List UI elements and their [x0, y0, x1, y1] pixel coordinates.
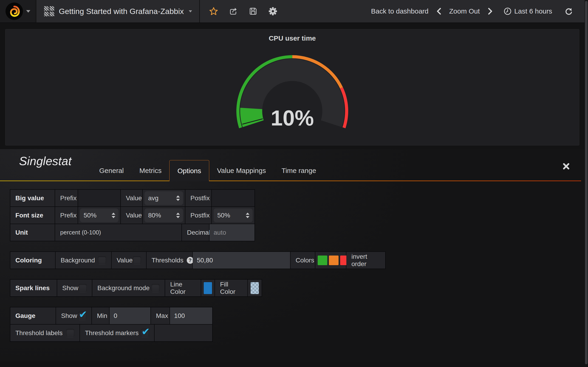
time-range-picker[interactable]: Last 6 hours: [504, 7, 552, 15]
max-label: Max: [151, 307, 170, 324]
max-input-cell: [170, 307, 212, 324]
value-options-table: Big value Prefix Value avg Postfix: [10, 189, 255, 241]
thresholds-input[interactable]: [193, 252, 290, 269]
prefix-label: Prefix: [55, 207, 78, 224]
invert-order-button[interactable]: invert order: [346, 252, 385, 269]
prefix-input-cell: [78, 190, 121, 206]
time-range-label: Last 6 hours: [514, 7, 552, 15]
threshold-color-swatches: [318, 256, 350, 265]
tab-time-range[interactable]: Time range: [274, 160, 324, 181]
select-arrows-icon: [176, 213, 180, 218]
chevron-down-icon: [26, 10, 30, 13]
value-label: Value: [121, 207, 143, 224]
postfix-input-cell: [212, 190, 254, 206]
big-value-label: Big value: [10, 190, 55, 206]
background-checkbox[interactable]: [98, 256, 106, 265]
value-select-cell: avg: [143, 190, 185, 206]
editor-tabs: GeneralMetricsOptionsValue MappingsTime …: [91, 160, 324, 181]
decimals-input[interactable]: [209, 224, 254, 241]
navbar: Getting Started with Grafana-Zabbix: [0, 0, 588, 23]
prefix-size-select-cell: 50%: [78, 207, 121, 224]
panel-editor: Singlestat GeneralMetricsOptionsValue Ma…: [0, 149, 588, 362]
tab-metrics[interactable]: Metrics: [132, 160, 170, 181]
gauge-chart: 10%: [6, 29, 579, 145]
value-label: Value: [121, 190, 143, 206]
big-value-postfix-input[interactable]: [212, 190, 254, 206]
fill-color-swatch[interactable]: [251, 282, 259, 294]
font-size-label: Font size: [10, 207, 55, 224]
gauge-show-cell: Show: [56, 307, 92, 324]
chevron-right-icon[interactable]: [488, 8, 493, 15]
postfix-font-size-select[interactable]: 50%: [214, 209, 253, 222]
threshold-color-swatch-1[interactable]: [329, 256, 338, 265]
line-color-swatch[interactable]: [204, 282, 212, 294]
prefix-font-size-select[interactable]: 50%: [80, 209, 119, 222]
star-icon[interactable]: [209, 7, 218, 16]
spark-lines-table: Spark lines Show Background mode Line Co…: [10, 279, 262, 297]
threshold-color-swatch-0[interactable]: [318, 256, 327, 265]
dashboard-actions: [200, 7, 277, 16]
spark-lines-row: Spark lines Show Background mode Line Co…: [10, 280, 262, 296]
line-color-label: Line Color: [165, 280, 201, 296]
colors-label: Colors: [291, 252, 315, 269]
big-value-row: Big value Prefix Value avg Postfix: [10, 190, 254, 206]
coloring-row: Coloring Background Value Thresholds ? C…: [10, 252, 385, 269]
value-font-size-select[interactable]: 80%: [145, 209, 183, 222]
threshold-options-row: Threshold labels Threshold markers: [10, 324, 212, 341]
back-to-dashboard-button[interactable]: Back to dashboard: [371, 7, 428, 15]
unit-value-dropdown[interactable]: percent (0-100): [55, 224, 182, 241]
threshold-colors-cell: [315, 252, 346, 269]
gear-icon[interactable]: [268, 7, 277, 16]
gauge-value-label: 10%: [271, 106, 314, 130]
unit-label: Unit: [10, 224, 55, 241]
value-size-select-cell: 80%: [143, 207, 185, 224]
big-value-prefix-input[interactable]: [78, 190, 120, 206]
sparkline-show-checkbox[interactable]: [78, 284, 87, 292]
value-checkbox[interactable]: [133, 256, 141, 265]
unit-row: Unit percent (0-100) Decimals: [10, 224, 254, 241]
dashboard-title: Getting Started with Grafana-Zabbix: [59, 7, 184, 16]
scrollbar-thumb[interactable]: [585, 1, 588, 364]
fill-color-cell: [248, 280, 262, 296]
chevron-left-icon[interactable]: [436, 8, 441, 15]
empty-cell: [155, 325, 212, 341]
dashboard-title-dropdown[interactable]: Getting Started with Grafana-Zabbix: [36, 0, 200, 23]
decimals-input-cell: [209, 224, 254, 241]
editor-header: Singlestat GeneralMetricsOptionsValue Ma…: [0, 149, 588, 181]
threshold-labels-cell: Threshold labels: [10, 325, 80, 341]
coloring-label: Coloring: [10, 252, 56, 269]
threshold-labels-checkbox[interactable]: [66, 329, 74, 337]
grafana-logo: [6, 2, 23, 20]
tab-general[interactable]: General: [91, 160, 132, 181]
coloring-table: Coloring Background Value Thresholds ? C…: [10, 251, 386, 269]
gauge-label: Gauge: [10, 307, 56, 324]
gauge-row: Gauge Show Min Max: [10, 307, 212, 324]
threshold-markers-checkbox[interactable]: [141, 329, 149, 337]
scrollbar-track[interactable]: [585, 0, 588, 367]
options-tab-content: Big value Prefix Value avg Postfix: [10, 189, 386, 352]
thresholds-input-cell: [193, 252, 291, 269]
share-icon[interactable]: [229, 7, 238, 16]
big-value-stat-select[interactable]: avg: [145, 191, 183, 205]
refresh-icon[interactable]: [565, 7, 573, 15]
tab-value-mappings[interactable]: Value Mappings: [209, 160, 274, 181]
threshold-markers-cell: Threshold markers: [80, 325, 155, 341]
save-icon[interactable]: [249, 7, 258, 16]
sparkline-show-cell: Show: [57, 280, 92, 296]
background-mode-checkbox[interactable]: [151, 284, 160, 292]
spark-lines-label: Spark lines: [10, 280, 57, 296]
gauge-min-input[interactable]: [110, 307, 150, 324]
tab-options[interactable]: Options: [169, 160, 209, 181]
gauge-panel: CPU user time 10%: [5, 29, 579, 145]
zoom-out-button[interactable]: Zoom Out: [449, 7, 480, 15]
close-icon[interactable]: [562, 162, 570, 170]
gauge-show-checkbox[interactable]: [78, 312, 86, 320]
postfix-size-select-cell: 50%: [212, 207, 254, 224]
grafana-main-menu[interactable]: [0, 0, 36, 23]
decimals-label: Decimals: [182, 224, 209, 241]
select-arrows-icon: [112, 213, 115, 218]
select-arrows-icon: [246, 213, 250, 218]
gauge-max-input[interactable]: [170, 307, 212, 324]
postfix-label: Postfix: [185, 207, 212, 224]
postfix-label: Postfix: [185, 190, 212, 206]
